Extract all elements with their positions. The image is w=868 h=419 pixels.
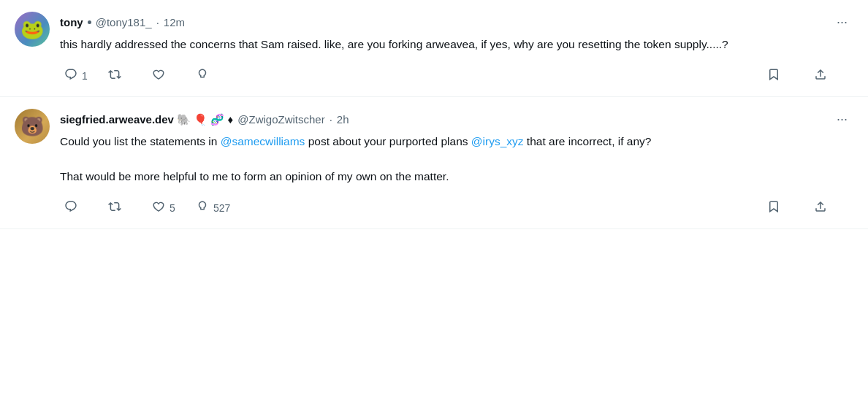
bookmark-icon-tony bbox=[767, 68, 780, 83]
bookmark-icon-siegfried bbox=[767, 200, 780, 215]
views-count-siegfried: 527 bbox=[213, 202, 230, 214]
username-tony: @tony181_ bbox=[96, 16, 152, 28]
views-button-tony[interactable] bbox=[191, 64, 235, 88]
verified-dot-tony bbox=[88, 20, 91, 24]
retweet-svg-siegfried bbox=[108, 200, 121, 213]
mention-samecwilliams[interactable]: @samecwilliams bbox=[221, 135, 305, 147]
avatar-tony: 🐸 bbox=[15, 12, 50, 47]
views-icon-siegfried bbox=[196, 200, 209, 215]
share-icon-siegfried bbox=[814, 200, 827, 215]
views-svg-siegfried bbox=[196, 200, 209, 213]
reply-button-tony[interactable]: 1 bbox=[60, 64, 104, 88]
bookmark-button-tony[interactable] bbox=[763, 64, 807, 88]
share-svg-siegfried bbox=[814, 200, 827, 213]
action-right-tony bbox=[763, 64, 853, 88]
timestamp-tony: 12m bbox=[164, 16, 185, 28]
tweet-actions-tony: 1 bbox=[60, 64, 853, 88]
username-siegfried: @ZwigoZwitscher bbox=[237, 113, 324, 126]
display-name-tony: tony bbox=[60, 16, 83, 28]
reply-icon-tony bbox=[64, 68, 77, 83]
tweet-actions-siegfried: 5 527 bbox=[60, 196, 853, 220]
retweet-svg-tony bbox=[108, 68, 121, 81]
like-svg-tony bbox=[152, 68, 165, 81]
like-icon-tony bbox=[152, 68, 165, 83]
views-icon-tony bbox=[196, 68, 209, 83]
retweet-button-tony[interactable] bbox=[104, 64, 148, 88]
tweet-2: 🐻 siegfried.arweave.dev 🐘 🎈 🧬 ♦️ @ZwigoZ… bbox=[0, 97, 868, 229]
reply-icon-siegfried bbox=[64, 200, 77, 215]
tweet-header-left-tony: tony @tony181_ · 12m bbox=[60, 16, 185, 28]
like-button-tony[interactable] bbox=[148, 64, 191, 88]
reply-svg-siegfried bbox=[64, 200, 77, 213]
mention-irys-xyz[interactable]: @irys_xyz bbox=[471, 135, 524, 147]
more-options-tony[interactable]: ··· bbox=[831, 12, 853, 33]
avatar-siegfried: 🐻 bbox=[15, 109, 50, 144]
tweet-header-tony: tony @tony181_ · 12m ··· bbox=[60, 12, 853, 33]
retweet-button-siegfried[interactable] bbox=[104, 196, 148, 220]
reply-svg-tony bbox=[64, 68, 77, 81]
views-svg-tony bbox=[196, 68, 209, 81]
timestamp-siegfried: 2h bbox=[337, 113, 349, 126]
more-options-siegfried[interactable]: ··· bbox=[831, 109, 853, 130]
like-count-siegfried: 5 bbox=[170, 202, 175, 214]
retweet-icon-tony bbox=[108, 68, 121, 83]
bookmark-svg-siegfried bbox=[767, 200, 780, 213]
display-name-siegfried: siegfried.arweave.dev 🐘 🎈 🧬 ♦️ bbox=[60, 113, 233, 126]
views-button-siegfried[interactable]: 527 bbox=[191, 196, 239, 220]
tweet-header-siegfried: siegfried.arweave.dev 🐘 🎈 🧬 ♦️ @ZwigoZwi… bbox=[60, 109, 853, 130]
dot-sep-siegfried: · bbox=[330, 113, 332, 126]
like-svg-siegfried bbox=[152, 200, 165, 213]
like-button-siegfried[interactable]: 5 bbox=[148, 196, 191, 220]
share-icon-tony bbox=[814, 68, 827, 83]
tweet-text-siegfried: Could you list the statements in @samecw… bbox=[60, 133, 853, 185]
retweet-icon-siegfried bbox=[108, 200, 121, 215]
reply-button-siegfried[interactable] bbox=[60, 196, 104, 220]
share-svg-tony bbox=[814, 68, 827, 81]
like-icon-siegfried bbox=[152, 200, 165, 215]
dot-sep-tony: · bbox=[156, 16, 159, 28]
reply-count-tony: 1 bbox=[82, 70, 88, 82]
tweet-header-left-siegfried: siegfried.arweave.dev 🐘 🎈 🧬 ♦️ @ZwigoZwi… bbox=[60, 113, 349, 126]
tweet-1: 🐸 tony @tony181_ · 12m ··· this hardly a… bbox=[0, 0, 868, 97]
bookmark-svg-tony bbox=[767, 68, 780, 81]
bookmark-button-siegfried[interactable] bbox=[763, 196, 807, 220]
tweet-body-siegfried: siegfried.arweave.dev 🐘 🎈 🧬 ♦️ @ZwigoZwi… bbox=[60, 109, 853, 220]
share-button-tony[interactable] bbox=[810, 64, 853, 88]
tweet-body-tony: tony @tony181_ · 12m ··· this hardly add… bbox=[60, 12, 853, 88]
share-button-siegfried[interactable] bbox=[810, 196, 853, 220]
action-right-siegfried bbox=[763, 196, 853, 220]
tweet-text-tony: this hardly addressed the concerns that … bbox=[60, 36, 853, 53]
